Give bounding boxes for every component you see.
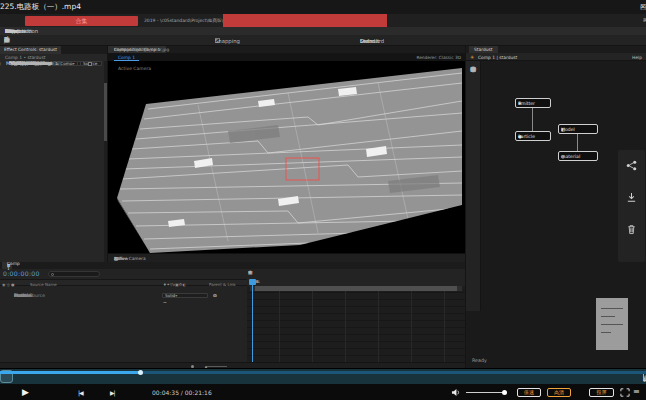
material-icon[interactable]: ◯ [0,61,1,67]
track-area[interactable] [247,279,465,362]
ae-toolbar: ⌂↖✛○↻▣⊞✎T╱▰✦◔✚ Snapping DefaultLearnStan… [0,35,646,46]
snapping-label: Snapping [215,38,240,44]
pixel-aspect-icon[interactable]: ◫ [114,256,118,261]
node-label: Particle [518,134,535,139]
source-name-column[interactable]: Source Name [30,282,57,287]
graph-node[interactable]: ✱ Emitter [515,98,551,108]
zoom-in-icon[interactable]: ▴ [205,364,207,369]
renderer-button[interactable]: Renderer: Classic 3D [416,55,461,60]
dial-icon[interactable]: ⊙ [213,292,217,299]
effect-controls-breadcrumb: Comp 1 • stardust [0,54,108,61]
menu-item[interactable]: Help [5,28,17,34]
quality-button[interactable]: 高清 [547,388,571,397]
effect-controls-tabs: Project Effect Controls: stardust [0,46,108,54]
stardust-breadcrumb: Comp 1 | stardust [478,55,517,60]
node-label: Model [561,127,575,132]
current-time-indicator[interactable] [252,279,253,362]
player-titlebar: 225.电路板（一）.mp4 — □ ✕ [0,0,646,14]
graph-node[interactable]: ◍ material [558,151,598,161]
node-connector [532,108,533,131]
graph-node[interactable]: ◧ Model [558,124,598,134]
fullscreen-icon[interactable] [620,388,630,397]
volume-icon[interactable] [451,388,461,397]
node-connector [577,134,578,151]
row-name: Source [14,292,30,299]
time-display: 00:04:35 / 00:21:16 [152,389,212,396]
close-icon[interactable]: ✕ [640,3,646,11]
next-button[interactable]: ▶| [110,389,115,396]
play-button[interactable]: ▶ [22,387,29,398]
playback-speed-button[interactable]: 倍速 [517,388,541,397]
search-icon [51,273,54,276]
work-area-bar[interactable] [250,286,462,291]
help-link[interactable]: Help [632,55,642,60]
timeline-comp-tab[interactable]: Comp 1 ≡ [2,262,12,269]
video-seekbar[interactable] [0,371,646,374]
tab-effect-controls[interactable]: Effect Controls: stardust [0,46,61,54]
status-text: Ready [472,358,487,363]
stardust-logo-icon: ✳ [470,54,474,60]
volume-slider-handle[interactable] [502,390,507,395]
playlist-icon[interactable]: ≡ [633,387,640,396]
node-label: Emitter [518,101,535,106]
player-control-bar: ▶ |◀ ▶| 00:04:35 / 00:21:16 倍速 高清 投屏 ≡ [0,384,646,400]
effect-controls-panel: Project Effect Controls: stardust Comp 1… [0,46,108,262]
viewport-canvas[interactable]: Active Camera [108,61,465,253]
property-label: Texture Transform [9,61,53,67]
timeline-search-input[interactable] [48,271,100,277]
tab-stardust[interactable]: Stardust [469,46,498,53]
video-player-window: 225.电路板（一）.mp4 — □ ✕ 合集 2019 - \c05stand… [0,0,646,400]
workspace-tab[interactable]: Standard [360,38,384,44]
node-label: material [561,154,580,159]
comp-viewer-tab[interactable]: Comp 1 [114,54,139,61]
circuit-board-3d-model [108,61,465,253]
timeline-tabs: Comp 1 ≡ [0,262,465,269]
viewer-tabs: Composition: Comp 1Footage: (none)Layer:… [108,46,465,53]
active-camera-label: Active Camera [118,66,151,71]
node-tool-icon[interactable]: ⊠ [470,64,475,73]
overlay-badge: 合集 [25,16,138,26]
switches-column: ♦✦\fx▣⚙◐ [163,282,186,287]
scrollbar[interactable] [104,61,107,262]
timeline-toolbar-icon[interactable]: ◫ [248,270,253,275]
timeline-bottom-bar: ▴ ▴ [0,362,465,368]
viewer-tab[interactable]: Layer: circ_22_b_color.jpg [108,46,175,53]
previous-button[interactable]: |◀ [78,389,83,396]
parent-link-column[interactable]: Parent & Link [209,282,236,287]
property-checkbox[interactable] [88,62,92,66]
tool-icon[interactable]: ✚ [4,35,9,46]
playhead-handle[interactable] [249,279,256,285]
timeline-column-headers: ◉◎● Source Name ♦✦\fx▣⚙◐ Parent & Link [0,279,247,286]
trash-icon[interactable] [626,224,637,235]
av-feature-icons: ◉◎● [2,282,15,287]
viewport-bottom-bar: ▦ 25% ▢ Full Active Camera 1 View ◫ [108,253,465,262]
node-side-toolbar [618,150,645,262]
download-icon[interactable] [626,192,637,203]
ae-project-path: 2019 - \c05standard\Project\电商版\ae.aep * [144,18,224,23]
row-dropdown[interactable]: Solid▾ [162,293,208,298]
zoom-slider[interactable] [205,366,227,367]
volume-slider[interactable] [466,392,504,393]
graph-node[interactable]: ● Particle [515,131,551,141]
stardust-node-panel: Stardust ✳ Comp 1 | stardust Help ∗●◉✦◇△… [465,46,646,368]
red-overlay-sticker [223,14,387,27]
seekbar-handle[interactable] [138,370,143,375]
ae-titlebar: 合集 2019 - \c05standard\Project\电商版\ae.ae… [0,14,646,27]
stardust-tabs: Stardust [466,46,646,53]
seekbar-played [0,371,140,374]
cast-button[interactable]: 投屏 [589,388,614,397]
panel-thumbnail [596,298,628,350]
zoom-slider-handle[interactable] [191,365,194,368]
player-window-title: 225.电路板（一）.mp4 [0,0,81,14]
node-tool-column: ∗●◉✦◇△✛⊕◯▦▢◆▣⊠ [466,61,481,311]
stardust-header: ✳ Comp 1 | stardust Help [466,53,646,61]
composition-viewport: Composition: Comp 1Footage: (none)Layer:… [108,46,465,262]
timeline-panel: Comp 1 ≡ 0:00:00:00 ⊙✦♦▤⚙◫ :00s01s02s03s… [0,262,465,368]
node-graph-canvas[interactable]: ∗●◉✦◇△✛⊕◯▦▢◆▣⊠ ✱ Emitter ● Particle [466,61,646,368]
share-nodes-icon[interactable] [626,160,637,171]
panel-menu-icon[interactable]: ≡ [7,263,11,268]
current-timecode[interactable]: 0:00:00:00 [3,270,40,277]
time-ruler[interactable]: :00s01s02s03s04s05s06s [247,278,465,286]
ae-menubar: FileEditCompositionLayerEffectAnimationV… [0,27,646,35]
effect-controls-rows: Flip Y ▾ Flip Z ▾ [0,61,105,262]
